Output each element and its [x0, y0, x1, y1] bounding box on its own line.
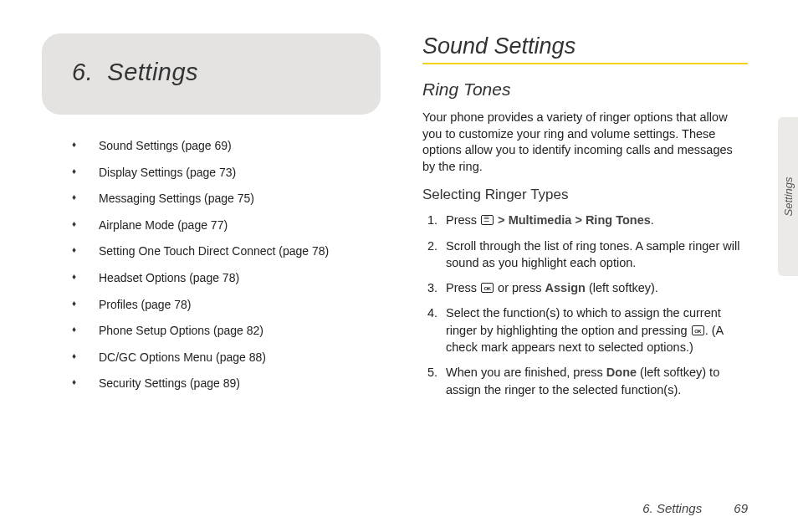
- footer-chapter: 6. Settings: [642, 501, 702, 515]
- ok-key-icon: [692, 325, 704, 335]
- step-sep: >: [571, 213, 586, 227]
- side-tab: Settings: [778, 117, 798, 276]
- intro-paragraph: Your phone provides a variety of ringer …: [422, 110, 748, 175]
- toc-item: DC/GC Options Menu (page 88): [72, 350, 381, 366]
- step-text: (left softkey).: [586, 281, 658, 294]
- toc-list: Sound Settings (page 69) Display Setting…: [42, 138, 381, 392]
- subsection-heading: Ring Tones: [422, 79, 748, 100]
- procedure-heading: Selecting Ringer Types: [422, 187, 748, 203]
- step-text: .: [651, 213, 654, 227]
- step-bold: Multimedia: [509, 213, 572, 227]
- step-item: Scroll through the list of ring tones. A…: [422, 238, 748, 272]
- step-bold: Ring Tones: [586, 213, 651, 227]
- toc-item: Setting One Touch Direct Connect (page 7…: [72, 243, 381, 260]
- step-text: Select the function(s) to which to assig…: [446, 306, 721, 336]
- section-heading: Sound Settings: [422, 33, 748, 59]
- step-item: Press > Multimedia > Ring Tones.: [422, 212, 748, 228]
- step-bold: Assign: [545, 281, 586, 294]
- toc-item: Headset Options (page 78): [72, 270, 381, 287]
- chapter-name: Settings: [107, 59, 198, 85]
- page-footer: 6. Settings 69: [642, 501, 748, 515]
- step-text: or press: [494, 281, 545, 294]
- steps-list: Press > Multimedia > Ring Tones. Scroll …: [422, 212, 748, 398]
- chapter-heading-box: 6. Settings: [42, 33, 381, 115]
- step-text: Press: [446, 213, 480, 227]
- heading-underline: [422, 63, 748, 64]
- toc-item: Phone Setup Options (page 82): [72, 323, 381, 340]
- toc-item: Profiles (page 78): [72, 297, 381, 314]
- ok-key-icon: [481, 283, 494, 293]
- step-item: Press or press Assign (left softkey).: [422, 279, 748, 296]
- step-text: When you are finished, press: [446, 366, 606, 379]
- step-item: When you are finished, press Done (left …: [422, 364, 748, 398]
- side-tab-label: Settings: [782, 177, 795, 217]
- toc-item: Sound Settings (page 69): [72, 138, 381, 155]
- chapter-number: 6.: [72, 59, 93, 85]
- step-bold: Done: [606, 366, 637, 379]
- toc-item: Security Settings (page 89): [72, 376, 381, 392]
- step-text: Press: [446, 281, 480, 294]
- toc-item: Messaging Settings (page 75): [72, 191, 381, 207]
- toc-item: Display Settings (page 73): [72, 165, 381, 182]
- chapter-title: 6. Settings: [72, 59, 364, 86]
- menu-key-icon: [481, 215, 494, 225]
- step-item: Select the function(s) to which to assig…: [422, 304, 748, 356]
- toc-item: Airplane Mode (page 77): [72, 217, 381, 234]
- step-sep: >: [494, 213, 509, 227]
- footer-page-number: 69: [734, 501, 748, 515]
